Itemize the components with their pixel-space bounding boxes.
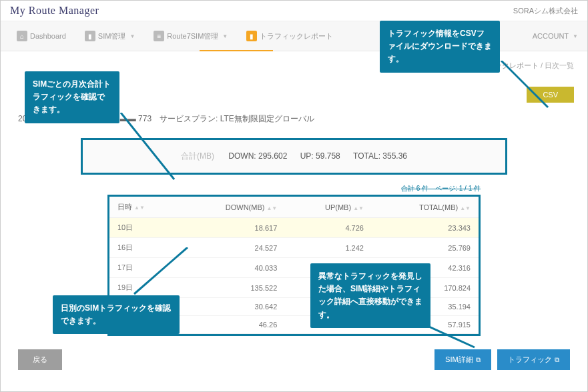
nav-dashboard[interactable]: ⌂Dashboard (10, 27, 73, 45)
app-logo: My Route Manager (10, 5, 99, 17)
traffic-detail-button[interactable]: トラフィック⧉ (497, 349, 570, 370)
sim-icon: ▮ (85, 31, 95, 41)
col-date[interactable]: 日時▲▼ (109, 197, 178, 218)
chart-icon: ▮ (246, 31, 257, 41)
nav-sim[interactable]: ▮SIM管理▼ (78, 27, 141, 45)
pager-info: 合計 6 件 ページ: 1 / 1 件 (14, 184, 481, 193)
csv-download-button[interactable]: CSV (527, 87, 574, 103)
cell: 30.642 (178, 298, 286, 316)
cell: 46.26 (178, 316, 286, 334)
chevron-down-icon: ▼ (573, 33, 578, 39)
route-icon: ≡ (154, 31, 164, 41)
cell: 16日 (109, 238, 178, 258)
cell: 25.769 (372, 238, 479, 258)
sort-icon: ▲▼ (460, 205, 471, 211)
callout-monthly: SIMごとの月次合計トラフィックを確認できます。 (25, 71, 119, 123)
topbar: My Route Manager SORAシム株式会社 (1, 1, 587, 21)
col-down[interactable]: DOWN(MB)▲▼ (178, 197, 286, 218)
monthly-summary: 合計(MB) DOWN: 295.602 UP: 59.758 TOTAL: 3… (81, 138, 507, 175)
account-menu[interactable]: ACCOUNT▼ (533, 32, 578, 40)
callout-daily: 日別のSIMトラフィックを確認できます。 (53, 295, 180, 334)
sort-icon: ▲▼ (266, 205, 277, 211)
summary-down: DOWN: 295.602 (228, 151, 287, 161)
col-total[interactable]: TOTAL(MB)▲▼ (372, 197, 479, 218)
summary-total: TOTAL: 355.36 (353, 151, 407, 161)
cell: 18.617 (178, 218, 286, 238)
cell: 1.242 (285, 238, 372, 258)
sort-icon: ▲▼ (353, 205, 364, 211)
callout-csv: トラフィック情報をCSVファイルにダウンロードできます。 (380, 21, 500, 73)
nav-traffic-report[interactable]: ▮トラフィックレポート (240, 27, 340, 45)
summary-up: UP: 59.758 (300, 151, 340, 161)
sort-icon: ▲▼ (134, 205, 145, 211)
table-row[interactable]: 16日24.5271.24225.769 (109, 238, 479, 258)
cell: 40.033 (178, 258, 286, 278)
cell: 19日 (109, 278, 178, 298)
cell: 17日 (109, 258, 178, 278)
home-icon: ⌂ (17, 31, 27, 41)
table-row[interactable]: 10日18.6174.72623.343 (109, 218, 479, 238)
external-icon: ⧉ (555, 356, 559, 363)
cell: 135.522 (178, 278, 286, 298)
chevron-down-icon: ▼ (222, 33, 228, 39)
callout-anomaly: 異常なトラフィックを発見した場合、SIM詳細やトラフィック詳細へ直接移動ができま… (310, 263, 430, 328)
cell: 23.343 (372, 218, 479, 238)
cell: 4.726 (285, 218, 372, 238)
breadcrumb-current: 日次一覧 (545, 61, 574, 69)
col-up[interactable]: UP(MB)▲▼ (285, 197, 372, 218)
sim-detail-button[interactable]: SIM詳細⧉ (434, 349, 491, 370)
back-button[interactable]: 戻る (18, 349, 62, 370)
chevron-down-icon: ▼ (129, 33, 135, 39)
cell: 24.527 (178, 238, 286, 258)
nav-route7sim[interactable]: ≡Route7SIM管理▼ (147, 27, 234, 45)
cell: 10日 (109, 218, 178, 238)
company-name: SORAシム株式会社 (513, 6, 578, 16)
external-icon: ⧉ (476, 356, 481, 363)
summary-label: 合計(MB) (181, 151, 214, 161)
